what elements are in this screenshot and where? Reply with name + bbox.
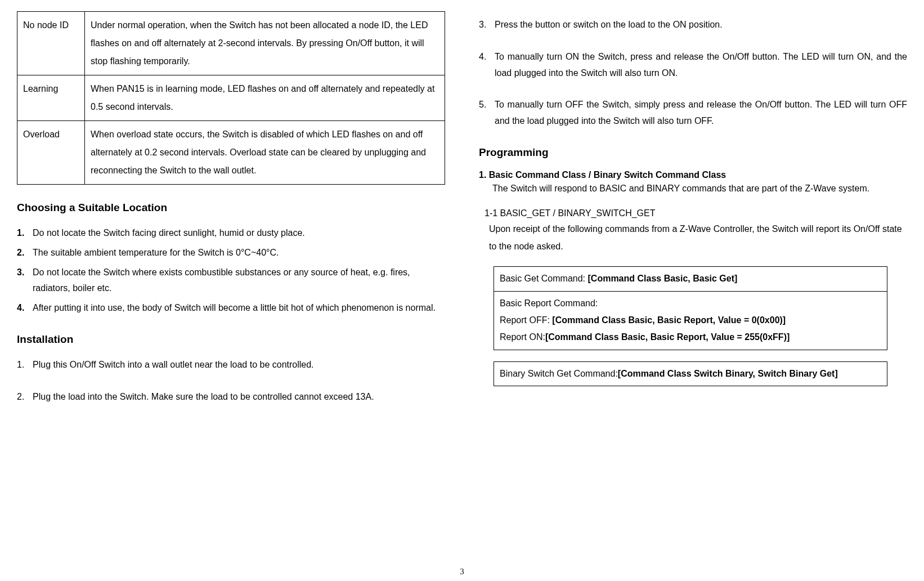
list-number: 4. (17, 300, 33, 316)
list-item: 2. Plug the load into the Switch. Make s… (17, 389, 445, 405)
list-text: The suitable ambient temperature for the… (33, 245, 445, 261)
prog-description: The Switch will respond to BASIC and BIN… (479, 180, 907, 197)
prog-title: Basic Command Class / Binary Switch Comm… (489, 170, 726, 180)
list-item: 5. To manually turn OFF the Switch, simp… (479, 97, 907, 129)
led-row-label: No node ID (17, 12, 85, 75)
table-row: Overload When overload state occurs, the… (17, 121, 445, 185)
list-number: 1. (17, 357, 33, 373)
list-text: Do not locate the Switch where exists co… (33, 265, 445, 297)
report-line: Report OFF: [Command Class Basic, Basic … (500, 312, 881, 329)
page-number: 3 (460, 567, 464, 576)
right-column: 3. Press the button or switch on the loa… (479, 11, 907, 570)
list-number: 1. (17, 225, 33, 242)
table-row: Basic Report Command: Report OFF: [Comma… (494, 291, 887, 350)
list-number: 2. (17, 245, 33, 261)
list-item: 4. After putting it into use, the body o… (17, 300, 445, 316)
led-row-label: Overload (17, 121, 85, 185)
list-item: 1. Plug this On/Off Switch into a wall o… (17, 357, 445, 373)
list-item: 4. To manually turn ON the Switch, press… (479, 49, 907, 82)
table-row: No node ID Under normal operation, when … (17, 12, 445, 75)
programming-heading: Programming (479, 146, 907, 159)
programming-item-1: 1. Basic Command Class / Binary Switch C… (479, 170, 907, 197)
right-steps-list: 3. Press the button or switch on the loa… (479, 17, 907, 129)
led-row-desc: Under normal operation, when the Switch … (85, 12, 445, 75)
cell-bold: [Command Class Basic, Basic Report, Valu… (545, 332, 790, 342)
list-item: 1. Do not locate the Switch facing direc… (17, 225, 445, 242)
location-heading: Choosing a Suitable Location (17, 202, 445, 214)
led-indication-table: No node ID Under normal operation, when … (17, 11, 445, 185)
list-number: 5. (479, 97, 495, 129)
location-list: 1. Do not locate the Switch facing direc… (17, 225, 445, 316)
cell-bold: [Command Class Basic, Basic Report, Valu… (552, 315, 786, 325)
cell-prefix: Basic Get Command: (500, 274, 588, 283)
list-text: To manually turn OFF the Switch, simply … (495, 97, 907, 129)
cell-prefix: Binary Switch Get Command: (500, 369, 618, 378)
sub-description-1-1: Upon receipt of the following commands f… (479, 221, 907, 255)
list-text: Press the button or switch on the load t… (495, 17, 907, 33)
list-text: After putting it into use, the body of S… (33, 300, 445, 316)
list-text: To manually turn ON the Switch, press an… (495, 49, 907, 82)
led-row-desc: When PAN15 is in learning mode, LED flas… (85, 75, 445, 121)
installation-heading: Installation (17, 333, 445, 346)
led-row-label: Learning (17, 75, 85, 121)
table-row: Learning When PAN15 is in learning mode,… (17, 75, 445, 121)
prog-number: 1. (479, 170, 486, 180)
list-text: Plug this On/Off Switch into a wall outl… (33, 357, 445, 373)
basic-get-cell: Basic Get Command: [Command Class Basic,… (494, 267, 887, 291)
list-number: 3. (17, 265, 33, 297)
report-line: Basic Report Command: (500, 295, 881, 312)
led-row-desc: When overload state occurs, the Switch i… (85, 121, 445, 185)
cell-bold: [Command Class Basic, Basic Get] (588, 274, 738, 283)
report-line: Report ON:[Command Class Basic, Basic Re… (500, 329, 881, 346)
list-item: 3. Press the button or switch on the loa… (479, 17, 907, 33)
sub-heading-1-1: 1-1 BASIC_GET / BINARY_SWITCH_GET (479, 208, 907, 218)
list-number: 3. (479, 17, 495, 33)
list-item: 2. The suitable ambient temperature for … (17, 245, 445, 261)
list-number: 2. (17, 389, 33, 405)
table-row: Basic Get Command: [Command Class Basic,… (494, 267, 887, 291)
list-text: Do not locate the Switch facing direct s… (33, 225, 445, 242)
table-row: Binary Switch Get Command:[Command Class… (494, 361, 887, 386)
prog-item-header: 1. Basic Command Class / Binary Switch C… (479, 170, 907, 180)
list-number: 4. (479, 49, 495, 82)
binary-command-table: Binary Switch Get Command:[Command Class… (494, 361, 887, 386)
cell-bold: [Command Class Switch Binary, Switch Bin… (618, 369, 838, 378)
list-text: Plug the load into the Switch. Make sure… (33, 389, 445, 405)
basic-command-table: Basic Get Command: [Command Class Basic,… (494, 266, 887, 350)
installation-list: 1. Plug this On/Off Switch into a wall o… (17, 357, 445, 405)
binary-get-cell: Binary Switch Get Command:[Command Class… (494, 361, 887, 386)
list-item: 3. Do not locate the Switch where exists… (17, 265, 445, 297)
cell-prefix: Report ON: (500, 332, 545, 342)
basic-report-cell: Basic Report Command: Report OFF: [Comma… (494, 291, 887, 350)
cell-prefix: Report OFF: (500, 315, 552, 325)
left-column: No node ID Under normal operation, when … (17, 11, 445, 570)
